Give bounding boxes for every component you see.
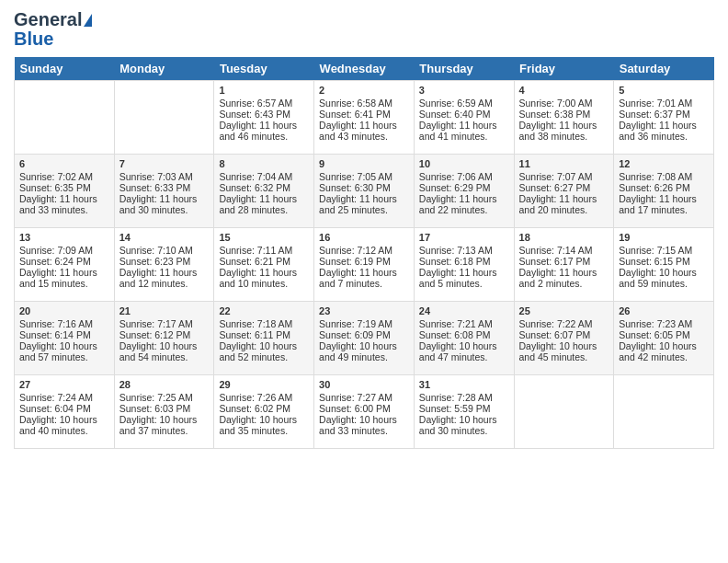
calendar-cell: 7Sunrise: 7:03 AMSunset: 6:33 PMDaylight…: [114, 155, 214, 228]
calendar-cell: 11Sunrise: 7:07 AMSunset: 6:27 PMDayligh…: [514, 155, 614, 228]
day-number: 20: [19, 305, 109, 316]
calendar-cell: 8Sunrise: 7:04 AMSunset: 6:32 PMDaylight…: [214, 155, 314, 228]
calendar-cell: [514, 375, 614, 449]
weekday-header-sunday: Sunday: [15, 57, 115, 81]
calendar-cell: 3Sunrise: 6:59 AMSunset: 6:40 PMDaylight…: [414, 81, 514, 155]
sunset-text: Sunset: 6:24 PM: [19, 256, 91, 267]
day-number: 21: [119, 305, 210, 316]
sunset-text: Sunset: 6:21 PM: [219, 256, 290, 267]
calendar-cell: 20Sunrise: 7:16 AMSunset: 6:14 PMDayligh…: [15, 302, 115, 375]
sunrise-text: Sunrise: 7:02 AM: [19, 171, 93, 182]
sunrise-text: Sunrise: 7:13 AM: [419, 245, 493, 256]
sunrise-text: Sunrise: 7:00 AM: [519, 98, 593, 109]
day-number: 6: [19, 158, 109, 169]
sunrise-text: Sunrise: 7:27 AM: [319, 392, 392, 403]
daylight-text: Daylight: 11 hours and 46 minutes.: [219, 120, 297, 142]
daylight-text: Daylight: 11 hours and 17 minutes.: [619, 193, 697, 215]
calendar-cell: 25Sunrise: 7:22 AMSunset: 6:07 PMDayligh…: [514, 302, 614, 375]
sunset-text: Sunset: 6:23 PM: [119, 256, 191, 267]
calendar-cell: 12Sunrise: 7:08 AMSunset: 6:26 PMDayligh…: [614, 155, 714, 228]
sunset-text: Sunset: 6:38 PM: [519, 109, 591, 120]
day-number: 4: [519, 85, 609, 96]
sunrise-text: Sunrise: 7:18 AM: [219, 318, 292, 329]
sunrise-text: Sunrise: 7:14 AM: [519, 245, 593, 256]
sunset-text: Sunset: 6:14 PM: [19, 329, 91, 340]
sunset-text: Sunset: 6:29 PM: [419, 182, 491, 193]
sunrise-text: Sunrise: 7:15 AM: [619, 245, 692, 256]
day-number: 25: [519, 305, 609, 316]
day-number: 3: [419, 85, 509, 96]
daylight-text: Daylight: 11 hours and 25 minutes.: [319, 193, 397, 215]
daylight-text: Daylight: 11 hours and 15 minutes.: [19, 267, 97, 289]
calendar-cell: 30Sunrise: 7:27 AMSunset: 6:00 PMDayligh…: [314, 375, 415, 449]
sunrise-text: Sunrise: 7:06 AM: [419, 171, 493, 182]
sunset-text: Sunset: 6:19 PM: [319, 256, 391, 267]
daylight-text: Daylight: 11 hours and 43 minutes.: [319, 120, 397, 142]
logo: General Blue: [14, 9, 92, 50]
weekday-header-saturday: Saturday: [614, 57, 714, 81]
sunrise-text: Sunrise: 7:10 AM: [119, 245, 193, 256]
daylight-text: Daylight: 10 hours and 33 minutes.: [319, 414, 397, 436]
sunset-text: Sunset: 6:17 PM: [519, 256, 591, 267]
calendar-cell: 26Sunrise: 7:23 AMSunset: 6:05 PMDayligh…: [614, 302, 714, 375]
calendar-cell: 2Sunrise: 6:58 AMSunset: 6:41 PMDaylight…: [314, 81, 415, 155]
sunrise-text: Sunrise: 7:08 AM: [619, 171, 692, 182]
calendar-body: 1Sunrise: 6:57 AMSunset: 6:43 PMDaylight…: [15, 81, 714, 449]
day-number: 10: [419, 158, 509, 169]
daylight-text: Daylight: 11 hours and 5 minutes.: [419, 267, 497, 289]
daylight-text: Daylight: 11 hours and 22 minutes.: [419, 193, 497, 215]
daylight-text: Daylight: 10 hours and 42 minutes.: [619, 340, 697, 362]
sunset-text: Sunset: 6:33 PM: [119, 182, 191, 193]
daylight-text: Daylight: 10 hours and 45 minutes.: [519, 340, 597, 362]
sunset-text: Sunset: 6:08 PM: [419, 329, 491, 340]
weekday-header-thursday: Thursday: [414, 57, 514, 81]
week-row-1: 1Sunrise: 6:57 AMSunset: 6:43 PMDaylight…: [15, 81, 714, 155]
calendar-cell: 6Sunrise: 7:02 AMSunset: 6:35 PMDaylight…: [15, 155, 115, 228]
day-number: 19: [619, 232, 709, 243]
day-number: 11: [519, 158, 609, 169]
daylight-text: Daylight: 10 hours and 52 minutes.: [219, 340, 297, 362]
logo-blue: Blue: [14, 29, 53, 50]
sunset-text: Sunset: 6:02 PM: [219, 403, 290, 414]
daylight-text: Daylight: 10 hours and 30 minutes.: [419, 414, 497, 436]
day-number: 9: [319, 158, 409, 169]
daylight-text: Daylight: 10 hours and 57 minutes.: [19, 340, 97, 362]
day-number: 29: [219, 379, 309, 390]
sunrise-text: Sunrise: 7:03 AM: [119, 171, 193, 182]
sunset-text: Sunset: 6:11 PM: [219, 329, 290, 340]
sunset-text: Sunset: 6:37 PM: [619, 109, 690, 120]
calendar-cell: [114, 81, 214, 155]
calendar-cell: 5Sunrise: 7:01 AMSunset: 6:37 PMDaylight…: [614, 81, 714, 155]
sunrise-text: Sunrise: 7:16 AM: [19, 318, 93, 329]
sunset-text: Sunset: 6:07 PM: [519, 329, 591, 340]
sunset-text: Sunset: 6:35 PM: [19, 182, 91, 193]
calendar-cell: 29Sunrise: 7:26 AMSunset: 6:02 PMDayligh…: [214, 375, 314, 449]
daylight-text: Daylight: 11 hours and 20 minutes.: [519, 193, 597, 215]
daylight-text: Daylight: 10 hours and 59 minutes.: [619, 267, 697, 289]
header: General Blue: [14, 9, 714, 50]
calendar-cell: 14Sunrise: 7:10 AMSunset: 6:23 PMDayligh…: [114, 228, 214, 302]
calendar-cell: 10Sunrise: 7:06 AMSunset: 6:29 PMDayligh…: [414, 155, 514, 228]
sunrise-text: Sunrise: 7:09 AM: [19, 245, 93, 256]
day-number: 13: [19, 232, 109, 243]
sunset-text: Sunset: 6:32 PM: [219, 182, 290, 193]
calendar-table: SundayMondayTuesdayWednesdayThursdayFrid…: [14, 57, 714, 449]
calendar-cell: 28Sunrise: 7:25 AMSunset: 6:03 PMDayligh…: [114, 375, 214, 449]
sunset-text: Sunset: 6:40 PM: [419, 109, 491, 120]
sunrise-text: Sunrise: 6:58 AM: [319, 98, 392, 109]
week-row-2: 6Sunrise: 7:02 AMSunset: 6:35 PMDaylight…: [15, 155, 714, 228]
sunset-text: Sunset: 6:27 PM: [519, 182, 591, 193]
week-row-5: 27Sunrise: 7:24 AMSunset: 6:04 PMDayligh…: [15, 375, 714, 449]
daylight-text: Daylight: 11 hours and 28 minutes.: [219, 193, 297, 215]
sunrise-text: Sunrise: 7:24 AM: [19, 392, 93, 403]
daylight-text: Daylight: 11 hours and 12 minutes.: [119, 267, 198, 289]
sunrise-text: Sunrise: 7:01 AM: [619, 98, 692, 109]
calendar-cell: [15, 81, 115, 155]
calendar-cell: 23Sunrise: 7:19 AMSunset: 6:09 PMDayligh…: [314, 302, 415, 375]
calendar-cell: 1Sunrise: 6:57 AMSunset: 6:43 PMDaylight…: [214, 81, 314, 155]
calendar-cell: 15Sunrise: 7:11 AMSunset: 6:21 PMDayligh…: [214, 228, 314, 302]
sunset-text: Sunset: 6:41 PM: [319, 109, 391, 120]
sunset-text: Sunset: 6:09 PM: [319, 329, 391, 340]
sunset-text: Sunset: 6:43 PM: [219, 109, 290, 120]
day-number: 30: [319, 379, 409, 390]
